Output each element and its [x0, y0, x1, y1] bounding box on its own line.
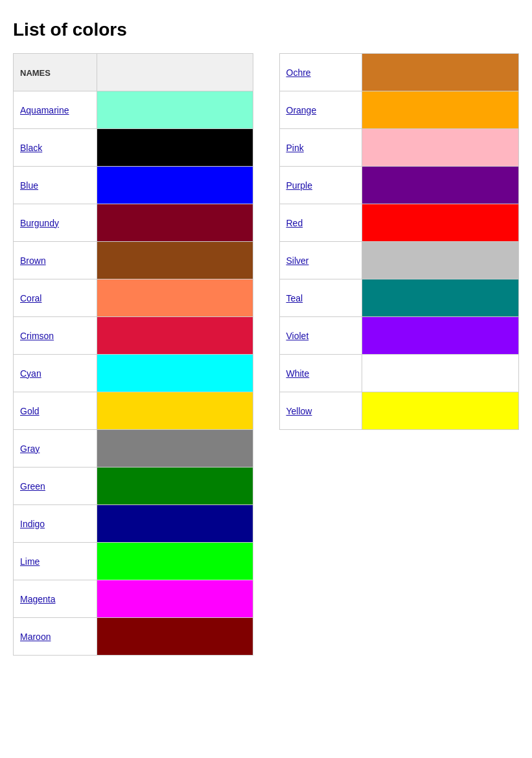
color-name-link[interactable]: Cyan — [20, 368, 41, 379]
color-name-cell: Purple — [279, 167, 362, 204]
color-name-cell: Lime — [14, 543, 97, 580]
color-name-cell: White — [279, 355, 362, 392]
table-row: Blue — [14, 167, 253, 204]
color-name-link[interactable]: Aquamarine — [20, 105, 69, 115]
color-name-cell: Ochre — [279, 54, 362, 91]
color-name-cell: Red — [279, 204, 362, 242]
table-row: Brown — [14, 242, 253, 279]
color-name-link[interactable]: Gold — [20, 406, 40, 416]
color-swatch-cell — [97, 505, 253, 543]
color-name-cell: Magenta — [14, 580, 97, 618]
header-label: NAMES — [20, 68, 51, 78]
color-name-cell: Gold — [14, 392, 97, 430]
color-name-link[interactable]: Teal — [286, 293, 303, 303]
color-swatch-cell — [97, 167, 253, 204]
color-name-link[interactable]: Ochre — [286, 67, 311, 78]
table-row: Maroon — [14, 618, 253, 656]
color-swatch-cell — [97, 580, 253, 618]
table-row: Crimson — [14, 317, 253, 355]
table-row: Red — [279, 204, 519, 242]
color-name-cell: Indigo — [14, 505, 97, 543]
color-swatch-cell — [97, 355, 253, 392]
right-color-table: OchreOrangePinkPurpleRedSilverTealViolet… — [279, 53, 520, 430]
color-name-link[interactable]: Purple — [286, 180, 312, 191]
color-name-cell: Yellow — [279, 392, 362, 430]
table-row: Yellow — [279, 392, 519, 430]
color-name-link[interactable]: White — [286, 368, 310, 379]
color-name-cell: Teal — [279, 279, 362, 317]
table-row: Magenta — [14, 580, 253, 618]
table-row: Purple — [279, 167, 519, 204]
color-name-cell: Pink — [279, 129, 362, 167]
color-name-cell: Burgundy — [14, 204, 97, 242]
color-swatch-cell — [362, 54, 519, 91]
table-row: Ochre — [279, 54, 519, 91]
color-swatch-cell — [362, 91, 519, 129]
color-name-link[interactable]: Lime — [20, 556, 40, 567]
table-row: Black — [14, 129, 253, 167]
table-row: Teal — [279, 279, 519, 317]
color-name-link[interactable]: Violet — [286, 331, 309, 341]
color-name-cell: Violet — [279, 317, 362, 355]
table-row: Orange — [279, 91, 519, 129]
color-name-link[interactable]: Burgundy — [20, 218, 59, 228]
color-name-link[interactable]: Red — [286, 218, 303, 228]
color-name-cell: Silver — [279, 242, 362, 279]
color-swatch-cell — [97, 543, 253, 580]
page-title: List of colors — [13, 19, 519, 40]
table-row: Gray — [14, 430, 253, 468]
color-name-cell: Blue — [14, 167, 97, 204]
color-swatch-cell — [362, 129, 519, 167]
header-swatch-cell — [97, 54, 253, 91]
color-name-cell: Black — [14, 129, 97, 167]
color-name-cell: Orange — [279, 91, 362, 129]
table-row: Indigo — [14, 505, 253, 543]
color-swatch-cell — [97, 204, 253, 242]
color-swatch-cell — [362, 392, 519, 430]
color-name-link[interactable]: Yellow — [286, 406, 312, 416]
color-name-cell: Crimson — [14, 317, 97, 355]
table-header-row: NAMES — [14, 54, 253, 91]
table-row: Gold — [14, 392, 253, 430]
color-swatch-cell — [97, 279, 253, 317]
table-row: Cyan — [14, 355, 253, 392]
color-name-link[interactable]: Orange — [286, 105, 317, 115]
color-name-link[interactable]: Black — [20, 143, 42, 153]
color-name-link[interactable]: Indigo — [20, 519, 45, 529]
table-row: Coral — [14, 279, 253, 317]
color-swatch-cell — [97, 91, 253, 129]
color-swatch-cell — [97, 430, 253, 468]
color-name-link[interactable]: Green — [20, 481, 45, 492]
color-swatch-cell — [97, 317, 253, 355]
table-row: Pink — [279, 129, 519, 167]
color-name-link[interactable]: Magenta — [20, 594, 55, 604]
color-swatch-cell — [362, 279, 519, 317]
table-row: White — [279, 355, 519, 392]
color-name-link[interactable]: Crimson — [20, 331, 54, 341]
color-swatch-cell — [362, 204, 519, 242]
color-name-link[interactable]: Blue — [20, 180, 38, 191]
color-swatch-cell — [362, 167, 519, 204]
color-name-cell: Coral — [14, 279, 97, 317]
color-name-link[interactable]: Maroon — [20, 632, 51, 642]
color-swatch-cell — [97, 129, 253, 167]
color-swatch-cell — [97, 242, 253, 279]
color-swatch-cell — [362, 242, 519, 279]
table-row: Lime — [14, 543, 253, 580]
color-swatch-cell — [97, 392, 253, 430]
table-row: Burgundy — [14, 204, 253, 242]
left-color-table: NAMESAquamarineBlackBlueBurgundyBrownCor… — [13, 53, 253, 656]
table-row: Silver — [279, 242, 519, 279]
color-name-link[interactable]: Gray — [20, 444, 40, 454]
color-name-cell: Green — [14, 468, 97, 505]
color-swatch-cell — [97, 468, 253, 505]
color-swatch-cell — [362, 317, 519, 355]
color-name-link[interactable]: Silver — [286, 255, 309, 266]
color-name-link[interactable]: Pink — [286, 143, 304, 153]
columns-wrapper: NAMESAquamarineBlackBlueBurgundyBrownCor… — [13, 53, 519, 656]
color-name-cell: Maroon — [14, 618, 97, 656]
table-row: Violet — [279, 317, 519, 355]
header-name-cell: NAMES — [14, 54, 97, 91]
color-name-link[interactable]: Brown — [20, 255, 46, 266]
color-name-link[interactable]: Coral — [20, 293, 41, 303]
